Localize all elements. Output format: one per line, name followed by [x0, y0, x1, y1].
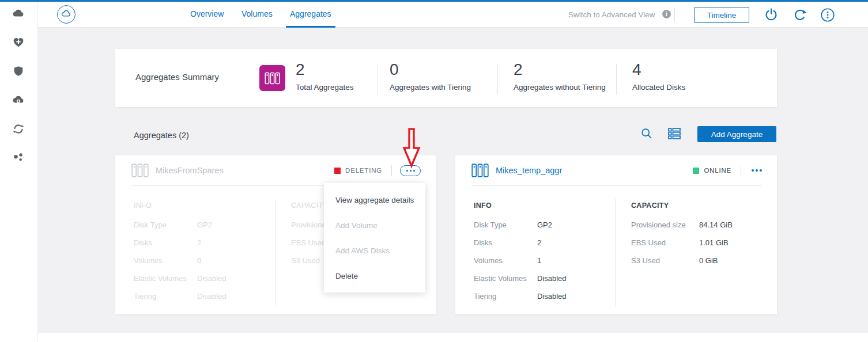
column-divider [615, 199, 616, 306]
capacity-title: CAPACITY [631, 202, 764, 210]
tab-volumes[interactable]: Volumes [241, 9, 273, 18]
working-environment-logo[interactable] [57, 5, 76, 24]
info-row: Volumes1 [474, 256, 615, 265]
row-value: 84.14 GiB [699, 221, 733, 230]
row-value: GP2 [197, 221, 212, 230]
stat-value: 2 [514, 62, 606, 78]
annotation-arrow-icon [402, 127, 421, 169]
info-row: Disks2 [474, 238, 615, 248]
aggregate-disks-icon [131, 164, 149, 177]
info-column: INFO Disk TypeGP2 Disks2 Volumes0 Elasti… [134, 202, 275, 310]
kebab-menu-icon[interactable] [820, 7, 835, 22]
stat-aggregates-without-tiering: 2 Aggregates without Tiering [514, 62, 606, 92]
row-label: Provisioned size [631, 221, 699, 230]
info-row: Disk TypeGP2 [474, 221, 615, 230]
row-label: Disk Type [474, 221, 537, 230]
row-value: Disabled [197, 292, 227, 301]
header-divider [391, 165, 392, 176]
aggregate-name[interactable]: Mikes_temp_aggr [496, 166, 693, 175]
row-label: Tiering [474, 292, 537, 301]
stat-divider [378, 64, 378, 95]
status-online-square [693, 168, 699, 174]
topbar-divider [674, 8, 675, 22]
card-header-rule [471, 185, 762, 186]
cloud-manager-aggregates-page: { "colors": { "accent": "#0b72c2", "summ… [0, 0, 868, 342]
row-value: GP2 [537, 221, 552, 230]
row-label: EBS Used [631, 238, 699, 248]
stat-value: 0 [390, 62, 471, 78]
row-value: 0 [197, 256, 201, 265]
app-sidebar [0, 0, 37, 342]
capacity-column: CAPACITY Provisioned size84.14 GiB EBS U… [631, 202, 764, 274]
stat-aggregates-with-tiering: 0 Aggregates with Tiering [390, 62, 471, 92]
add-aggregate-button[interactable]: Add Aggregate [697, 126, 776, 142]
stat-value: 2 [296, 62, 354, 78]
row-value: 1 [537, 256, 541, 265]
aggregates-count-title: Aggregates (2) [134, 131, 189, 140]
heart-plus-icon[interactable] [12, 36, 25, 49]
row-value: Disabled [537, 274, 567, 283]
menu-item-delete[interactable]: Delete [324, 263, 425, 288]
refresh-icon[interactable] [793, 8, 807, 22]
tab-overview[interactable]: Overview [190, 9, 224, 18]
menu-item-add-aws-disks[interactable]: Add AWS Disks [324, 238, 425, 263]
capacity-row: Provisioned size84.14 GiB [631, 221, 764, 230]
share-nodes-icon[interactable] [12, 152, 25, 165]
aggregates-summary-icon [259, 65, 285, 91]
info-row: TieringDisabled [474, 292, 615, 301]
row-label: Tiering [134, 292, 197, 301]
cloud-lock-icon[interactable] [12, 94, 25, 107]
search-icon[interactable] [641, 128, 652, 139]
stat-divider [616, 64, 617, 95]
tab-aggregates[interactable]: Aggregates [290, 9, 331, 18]
aggregate-card-mikes-temp-aggr: Mikes_temp_aggr ONLINE INFO Disk TypeGP2… [455, 155, 777, 314]
capacity-row: EBS Used1.01 GiB [631, 238, 764, 248]
timeline-button[interactable]: Timeline [694, 7, 749, 23]
row-value: Disabled [537, 292, 567, 301]
stat-total-aggregates: 2 Total Aggregates [296, 62, 354, 92]
info-title: INFO [134, 202, 275, 210]
aggregate-name: MikesFromSpares [156, 166, 334, 175]
stat-value: 4 [632, 62, 685, 78]
aggregates-summary-card: Aggregates Summary 2 Total Aggregates 0 … [115, 49, 777, 107]
info-row: TieringDisabled [134, 292, 275, 301]
info-row: Volumes0 [134, 256, 275, 265]
menu-item-view-aggregate-details[interactable]: View aggregate details [324, 187, 425, 212]
info-icon[interactable]: i [662, 10, 671, 18]
capacity-row: S3 Used0 GiB [631, 256, 764, 265]
list-view-icon[interactable] [667, 127, 681, 140]
header-divider [741, 165, 741, 176]
active-tab-underline [286, 26, 335, 28]
info-column: INFO Disk TypeGP2 Disks2 Volumes1 Elasti… [474, 202, 615, 310]
info-row: Disks2 [134, 238, 275, 248]
power-icon[interactable] [764, 7, 779, 22]
row-value: 2 [197, 238, 201, 248]
card-header: Mikes_temp_aggr ONLINE [455, 155, 777, 185]
status-label: ONLINE [704, 167, 731, 174]
row-label: Volumes [134, 256, 197, 265]
row-label: Disk Type [134, 221, 197, 230]
stat-divider [497, 64, 498, 95]
row-value: 1.01 GiB [699, 238, 729, 248]
aggregate-disks-icon [471, 164, 489, 177]
info-row: Elastic VolumesDisabled [474, 274, 615, 283]
column-divider [275, 199, 276, 306]
cloud-icon[interactable] [12, 7, 25, 20]
stat-label: Aggregates without Tiering [514, 83, 606, 92]
topbar: Overview Volumes Aggregates Switch to Ad… [38, 2, 868, 28]
row-label: Volumes [474, 256, 537, 265]
card-header: MikesFromSpares DELETING [115, 155, 436, 185]
stat-label: Aggregates with Tiering [390, 83, 471, 92]
menu-item-add-volume[interactable]: Add Volume [324, 212, 425, 238]
row-label: Elastic Volumes [474, 274, 537, 283]
row-label: Disks [134, 238, 197, 248]
info-row: Disk TypeGP2 [134, 221, 275, 230]
stat-allocated-disks: 4 Allocated Disks [632, 62, 685, 92]
row-label: Elastic Volumes [134, 274, 197, 283]
card-ellipsis-menu-button[interactable] [752, 169, 762, 172]
row-value: 0 GiB [699, 256, 718, 265]
switch-to-advanced-view-link[interactable]: Switch to Advanced View [568, 10, 655, 19]
sync-icon[interactable] [12, 123, 25, 135]
shield-icon[interactable] [12, 65, 25, 78]
stat-label: Total Aggregates [296, 83, 354, 92]
